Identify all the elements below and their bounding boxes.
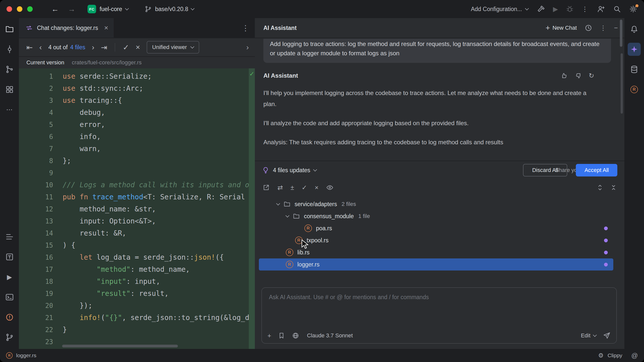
code-line[interactable]: 13 input: Option<&T>,	[19, 215, 255, 227]
thumbs-down-icon[interactable]	[575, 72, 582, 79]
forward-icon[interactable]: →	[68, 5, 75, 13]
code-line[interactable]: 20 });	[19, 300, 255, 312]
more-tool-windows-icon[interactable]: ⋯	[3, 103, 16, 116]
thumbs-up-icon[interactable]	[560, 72, 568, 79]
accept-file-icon[interactable]: ✓	[302, 184, 307, 191]
code-line[interactable]: 7 warn,	[19, 143, 255, 155]
panel-options-icon[interactable]: ⋮	[600, 25, 607, 31]
code-line[interactable]: 21 info!("{}", serde_json::to_string(&lo…	[19, 312, 255, 324]
services-icon[interactable]: ▶	[3, 270, 16, 284]
tree-item-poa-rs[interactable]: Rpoa.rs	[259, 222, 613, 234]
code-line[interactable]: 5 error,	[19, 119, 255, 131]
project-icon[interactable]	[3, 23, 16, 36]
status-file[interactable]: R logger.rs	[6, 352, 36, 359]
problems-icon[interactable]	[3, 311, 16, 324]
version-control-icon[interactable]	[3, 331, 16, 344]
back-icon[interactable]: ←	[51, 5, 59, 13]
mode-selector[interactable]: Edit	[581, 332, 596, 339]
reject-file-icon[interactable]: ×	[315, 184, 318, 191]
debug-icon[interactable]	[566, 5, 574, 13]
tree-item-logger-rs[interactable]: Rlogger.rs	[259, 258, 613, 270]
code-editor[interactable]: 1use serde::Serialize;2use std::sync::Ar…	[19, 68, 255, 349]
ai-assistant-icon[interactable]	[628, 43, 641, 56]
reject-change-icon[interactable]: ×	[136, 43, 140, 52]
code-line[interactable]: 12 method_name: &str,	[19, 203, 255, 215]
close-tab-icon[interactable]: ×	[104, 24, 108, 32]
code-line[interactable]: 22}	[19, 324, 255, 336]
code-line[interactable]: 8};	[19, 155, 255, 167]
regenerate-icon[interactable]: ↻	[589, 72, 594, 79]
open-diff-in-editor-icon[interactable]	[262, 184, 270, 191]
tree-item-txpool-rs[interactable]: Rtxpool.rs	[259, 234, 613, 246]
notifications-icon[interactable]	[628, 23, 641, 36]
tree-item-service-adapters[interactable]: service/adapters2 files	[259, 198, 613, 210]
toolbar-overflow-icon[interactable]: ›	[246, 43, 249, 52]
code-with-me-icon[interactable]	[597, 5, 605, 13]
code-line[interactable]: 6 info,	[19, 131, 255, 143]
pull-requests-icon[interactable]	[3, 63, 16, 76]
terminal-icon[interactable]	[3, 291, 16, 304]
expand-all-icon[interactable]	[596, 184, 604, 191]
accept-all-button[interactable]: Accept All	[576, 164, 617, 176]
code-line[interactable]: 4 debug,	[19, 107, 255, 119]
chat-scrollbar[interactable]	[620, 20, 622, 47]
chat-conversation[interactable]: Add logging to trace actions: log the me…	[255, 39, 624, 160]
code-line[interactable]: 2use std::sync::Arc;	[19, 82, 255, 95]
ai-chat-input[interactable]: Ask AI Assistant. Use # or @ for mention…	[261, 287, 617, 344]
repositories-icon[interactable]	[3, 83, 16, 96]
code-line[interactable]: 18 "input": input,	[19, 276, 255, 288]
code-line[interactable]: 16 let log_data = serde_json::json!({	[19, 251, 255, 263]
compare-icon[interactable]: ⇄	[277, 184, 283, 191]
code-line[interactable]: 10/// Logs a method call with its inputs…	[19, 179, 255, 191]
search-everywhere-icon[interactable]	[613, 5, 621, 13]
commit-icon[interactable]	[3, 43, 16, 56]
model-selector[interactable]: Claude 3.7 Sonnet	[307, 332, 353, 339]
editor-tab-chat-changes[interactable]: Chat changes: logger.rs ×	[19, 18, 114, 38]
settings-icon[interactable]	[629, 5, 637, 13]
linter-gear-icon[interactable]: ⚙	[598, 352, 604, 358]
new-chat-button[interactable]: + New Chat	[546, 24, 577, 32]
tree-item-lib-rs[interactable]: Rlib.rs	[259, 246, 613, 258]
added-removed-icon[interactable]: ±	[291, 184, 294, 191]
project-selector[interactable]: FC fuel-core	[88, 5, 128, 13]
editor-scrollbar[interactable]	[249, 68, 255, 349]
code-line[interactable]: 9	[19, 167, 255, 179]
linter-name[interactable]: Clippy	[608, 352, 622, 358]
code-line[interactable]: 14 result: &R,	[19, 227, 255, 239]
close-window-button[interactable]	[7, 6, 12, 12]
previous-difference-icon[interactable]: ‹	[39, 43, 42, 52]
ai-status-icon[interactable]: @	[631, 352, 638, 359]
code-line[interactable]: 3use tracing::{	[19, 95, 255, 107]
discard-all-button[interactable]: Discard All	[523, 164, 567, 176]
prompt-library-icon[interactable]	[278, 332, 285, 339]
web-access-icon[interactable]	[292, 332, 299, 339]
code-line[interactable]: 17 "method": method_name,	[19, 263, 255, 276]
todo-icon[interactable]	[3, 250, 16, 263]
next-difference-icon[interactable]: ›	[92, 43, 94, 52]
minimize-window-button[interactable]	[17, 6, 22, 12]
git-branch-selector[interactable]: base/v0.20.8	[144, 5, 194, 13]
send-icon[interactable]	[603, 332, 611, 340]
run-icon[interactable]: ▶	[553, 6, 558, 12]
chevron-down-icon[interactable]	[286, 214, 290, 218]
zoom-window-button[interactable]	[27, 6, 33, 12]
preview-eye-icon[interactable]	[326, 184, 334, 191]
code-line[interactable]: 15) {	[19, 239, 255, 251]
horizontal-scrollbar[interactable]	[62, 345, 178, 347]
code-line[interactable]: 1use serde::Serialize;	[19, 70, 255, 82]
add-context-icon[interactable]: +	[267, 332, 271, 339]
run-configuration-selector[interactable]: Add Configuration...	[471, 6, 528, 13]
file-updates-dropdown[interactable]: 4 files updates	[262, 166, 316, 174]
viewer-mode-dropdown[interactable]: Unified viewer	[147, 41, 199, 54]
hide-panel-icon[interactable]: −	[614, 25, 618, 31]
collapse-all-icon[interactable]	[610, 184, 617, 191]
more-actions-icon[interactable]: ⋮	[582, 6, 588, 12]
chevron-down-icon[interactable]	[276, 202, 280, 206]
first-difference-icon[interactable]: ⇤	[26, 43, 33, 52]
rust-tool-icon[interactable]: R	[628, 83, 641, 96]
build-icon[interactable]	[537, 5, 545, 13]
tab-options-icon[interactable]: ⋮	[242, 24, 249, 32]
accept-change-icon[interactable]: ✓	[123, 43, 129, 52]
diff-files-link[interactable]: 4 files	[70, 44, 85, 51]
code-line[interactable]: 11pub fn trace_method<T: Serialize, R: S…	[19, 191, 255, 203]
